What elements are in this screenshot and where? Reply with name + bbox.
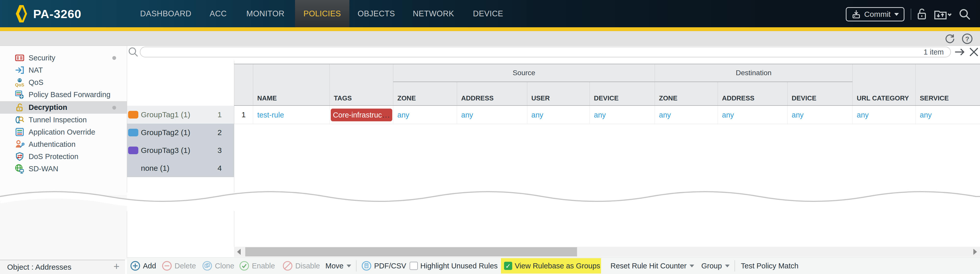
sidebar-item-authentication[interactable]: Authentication bbox=[0, 138, 127, 150]
cell-value-link[interactable]: any bbox=[920, 111, 932, 119]
cell-value-link[interactable]: any bbox=[397, 111, 409, 119]
disable-button[interactable]: Disable bbox=[283, 258, 320, 274]
header-source-zone[interactable]: ZONE bbox=[393, 82, 457, 105]
tab-policies[interactable]: POLICIES bbox=[295, 0, 349, 27]
column-label: ZONE bbox=[397, 94, 416, 102]
sidebar-item-decryption[interactable]: Decryption bbox=[0, 101, 127, 114]
clone-label: Clone bbox=[215, 262, 234, 270]
clear-filter-x-icon[interactable] bbox=[968, 46, 980, 58]
tag-ellipsis: ... bbox=[382, 111, 390, 119]
scroll-left-arrow-icon[interactable] bbox=[237, 249, 241, 255]
pdf-icon bbox=[361, 261, 372, 271]
search-icon[interactable] bbox=[958, 8, 971, 21]
cell-value-link[interactable]: any bbox=[659, 111, 671, 119]
add-button[interactable]: Add bbox=[130, 258, 156, 274]
header-service[interactable]: SERVICE bbox=[915, 64, 980, 105]
header-dest-address[interactable]: ADDRESS bbox=[718, 82, 788, 105]
sidebar-item-policy-based-forwarding[interactable]: Policy Based Forwarding bbox=[0, 89, 127, 101]
delete-button[interactable]: Delete bbox=[162, 258, 196, 274]
brand-logo: PA-3260 bbox=[14, 3, 81, 24]
header-source-device[interactable]: DEVICE bbox=[590, 82, 655, 105]
clone-button[interactable]: Clone bbox=[202, 258, 234, 274]
disable-label: Disable bbox=[295, 262, 320, 270]
sidebar-item-dos-protection[interactable]: DoS Protection bbox=[0, 150, 127, 163]
qos-icon: QoS bbox=[15, 78, 24, 87]
pdf-csv-button[interactable]: PDF/CSV bbox=[361, 258, 406, 274]
checkbox-unchecked-icon[interactable] bbox=[410, 262, 418, 270]
sidebar-item-tunnel-inspection[interactable]: Tunnel Inspection bbox=[0, 114, 127, 126]
clone-icon bbox=[202, 261, 212, 271]
sidebar-item-nat[interactable]: NAT bbox=[0, 64, 127, 76]
expand-plus-button[interactable]: + bbox=[114, 261, 119, 272]
highlight-unused-rules-checkbox[interactable]: Highlight Unused Rules bbox=[410, 258, 498, 274]
column-label: USER bbox=[531, 94, 550, 102]
scroll-right-arrow-icon[interactable] bbox=[974, 249, 977, 255]
group-row-grouptag3[interactable]: GroupTag3 (1) 3 bbox=[127, 141, 234, 159]
group-dropdown[interactable]: Group bbox=[701, 258, 730, 274]
cell-value-link[interactable]: any bbox=[594, 111, 606, 119]
lock-open-icon[interactable] bbox=[915, 8, 928, 21]
sidebar-item-application-override[interactable]: Application Override bbox=[0, 126, 127, 138]
decryption-icon bbox=[15, 103, 24, 112]
help-icon[interactable]: ? bbox=[962, 33, 973, 44]
rule-cell-dest-device: any bbox=[788, 106, 853, 124]
header-name[interactable]: NAME bbox=[253, 64, 329, 105]
rule-cell-service: any bbox=[915, 106, 980, 124]
tab-dashboard[interactable]: DASHBOARD bbox=[140, 0, 191, 27]
apply-filter-arrow-icon[interactable] bbox=[954, 46, 966, 58]
sidebar-item-security[interactable]: Security bbox=[0, 52, 127, 64]
cell-value-link[interactable]: any bbox=[722, 111, 734, 119]
app-override-icon bbox=[15, 127, 24, 137]
header-source-user[interactable]: USER bbox=[527, 82, 590, 105]
tab-monitor[interactable]: MONITOR bbox=[245, 0, 286, 27]
reset-hit-label: Reset Rule Hit Counter bbox=[611, 262, 687, 270]
tab-acc[interactable]: ACC bbox=[205, 0, 231, 27]
column-label: DEVICE bbox=[792, 94, 816, 102]
checkbox-checked-icon[interactable]: ✓ bbox=[504, 262, 512, 270]
tab-objects[interactable]: OBJECTS bbox=[357, 0, 396, 27]
search-icon bbox=[127, 46, 139, 58]
header-url-category[interactable]: URL CATEGORY bbox=[853, 64, 915, 105]
sidebar-item-label: DoS Protection bbox=[29, 152, 78, 161]
enable-label: Enable bbox=[252, 262, 275, 270]
header-row-number bbox=[234, 64, 253, 105]
enable-button[interactable]: Enable bbox=[239, 258, 275, 274]
toolbar-divider bbox=[356, 260, 356, 271]
tab-device[interactable]: DEVICE bbox=[469, 0, 507, 27]
header-tags[interactable]: TAGS bbox=[329, 64, 393, 105]
nav-divider bbox=[911, 9, 912, 20]
test-policy-match-button[interactable]: Test Policy Match bbox=[741, 258, 799, 274]
cell-value-link[interactable]: any bbox=[792, 111, 803, 119]
horizontal-scrollbar[interactable] bbox=[234, 247, 980, 257]
pbf-icon bbox=[15, 90, 24, 100]
scrollbar-thumb[interactable] bbox=[245, 247, 577, 257]
rule-row-number[interactable]: 1 bbox=[234, 106, 253, 124]
view-rulebase-as-groups-checkbox[interactable]: ✓ View Rulebase as Groups bbox=[504, 258, 600, 274]
cell-value-link[interactable]: any bbox=[531, 111, 543, 119]
move-dropdown[interactable]: Move bbox=[325, 258, 351, 274]
rule-cell-dest-zone: any bbox=[655, 106, 718, 124]
header-dest-zone[interactable]: ZONE bbox=[655, 82, 718, 105]
rule-filter-input[interactable] bbox=[145, 48, 906, 56]
group-row-none[interactable]: none (1) 4 bbox=[127, 159, 234, 177]
cell-value-link[interactable]: any bbox=[857, 111, 869, 119]
reset-rule-hit-counter-dropdown[interactable]: Reset Rule Hit Counter bbox=[611, 258, 694, 274]
group-color-swatch bbox=[128, 129, 138, 136]
sidebar-item-sd-wan[interactable]: SD-WAN bbox=[0, 163, 127, 175]
group-row-grouptag2[interactable]: GroupTag2 (1) 2 bbox=[127, 124, 234, 141]
tag-chip[interactable]: Core-infrastruc ... bbox=[331, 109, 392, 121]
refresh-icon[interactable] bbox=[944, 33, 956, 44]
header-source-address[interactable]: ADDRESS bbox=[457, 82, 527, 105]
header-dest-device[interactable]: DEVICE bbox=[788, 82, 853, 105]
rule-name-link[interactable]: test-rule bbox=[257, 111, 284, 119]
sidebar-item-qos[interactable]: QoS QoS bbox=[0, 76, 127, 89]
cell-value-link[interactable]: any bbox=[461, 111, 473, 119]
config-versions-icon[interactable] bbox=[934, 8, 951, 21]
group-color-swatch bbox=[128, 111, 138, 119]
column-label: NAME bbox=[257, 94, 277, 102]
commit-button[interactable]: Commit bbox=[846, 7, 904, 21]
group-row-grouptag1[interactable]: GroupTag1 (1) 1 bbox=[127, 106, 234, 124]
sidebar-item-label: Tunnel Inspection bbox=[29, 116, 87, 124]
tab-network[interactable]: NETWORK bbox=[411, 0, 456, 27]
disable-icon bbox=[283, 261, 293, 271]
